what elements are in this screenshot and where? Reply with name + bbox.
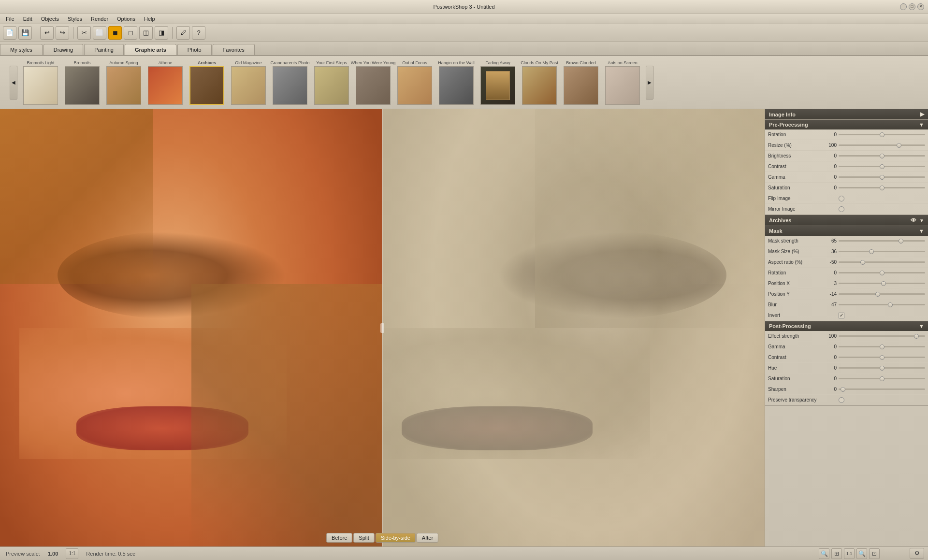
slider-thumb[interactable]: [914, 334, 919, 339]
thumb-prev-button[interactable]: ◀: [10, 66, 17, 100]
tab-photo[interactable]: Photo: [177, 44, 212, 55]
thumb-next-button[interactable]: ▶: [646, 66, 653, 100]
zoom-100-button[interactable]: 1:1: [844, 548, 855, 559]
slider-thumb[interactable]: [880, 175, 884, 180]
archives-header[interactable]: Archives 👁 ▼: [765, 215, 928, 226]
close-button[interactable]: ✕: [917, 3, 924, 10]
param-resize-slider[interactable]: [839, 142, 925, 149]
thumb-archives[interactable]: Archives: [188, 60, 226, 105]
param-aspect-slider[interactable]: [839, 259, 925, 266]
pre-processing-header[interactable]: Pre-Processing ▼: [765, 120, 928, 129]
menu-edit[interactable]: Edit: [19, 15, 36, 23]
slider-thumb[interactable]: [880, 132, 884, 137]
slider-thumb[interactable]: [880, 366, 884, 371]
menu-options[interactable]: Options: [113, 15, 139, 23]
flip-checkbox[interactable]: [839, 196, 844, 201]
param-mask-rotation-slider[interactable]: [839, 270, 925, 276]
param-blur-slider[interactable]: [839, 302, 925, 308]
menu-objects[interactable]: Objects: [37, 15, 63, 23]
fullscreen-button[interactable]: ⊡: [869, 548, 880, 559]
thumb-ants-on-screen[interactable]: Ants on Screen: [603, 60, 642, 105]
slider-thumb[interactable]: [880, 154, 884, 158]
thumb-brown-clouded[interactable]: Brown Clouded: [562, 60, 600, 105]
invert-checkbox[interactable]: ✓: [839, 313, 844, 318]
split-handle[interactable]: [380, 323, 384, 333]
thumb-fading-away[interactable]: Fading Away: [478, 60, 517, 105]
minimize-button[interactable]: –: [900, 3, 907, 10]
thumb-bromoils[interactable]: Bromoils: [63, 60, 102, 105]
view-before-button[interactable]: Before: [326, 533, 352, 543]
menu-styles[interactable]: Styles: [64, 15, 86, 23]
param-gamma-slider[interactable]: [839, 174, 925, 181]
param-saturation-slider[interactable]: [839, 185, 925, 191]
thumb-grandparents-photo[interactable]: Grandparents Photo: [271, 60, 309, 105]
tab-painting[interactable]: Painting: [84, 44, 124, 55]
slider-thumb[interactable]: [880, 376, 884, 381]
view1-button[interactable]: ◼: [108, 26, 122, 40]
post-processing-header[interactable]: Post-Processing ▼: [765, 321, 928, 331]
expand-icon[interactable]: ▼: [919, 218, 924, 223]
mask-header[interactable]: Mask ▼: [765, 226, 928, 236]
thumb-bromoils-light[interactable]: Bromoils Light: [21, 60, 60, 105]
copy-button[interactable]: ⬜: [93, 26, 106, 40]
settings-icon[interactable]: ⚙: [910, 548, 924, 559]
preserve-checkbox[interactable]: [839, 397, 844, 403]
tab-my-styles[interactable]: My styles: [0, 44, 43, 55]
menu-help[interactable]: Help: [140, 15, 159, 23]
param-sharpen-slider[interactable]: [839, 386, 925, 393]
slider-thumb[interactable]: [888, 302, 893, 307]
view2-button[interactable]: ◻: [124, 26, 137, 40]
param-post-gamma-slider[interactable]: [839, 344, 925, 350]
view-sidebyside-button[interactable]: Side-by-side: [376, 533, 416, 543]
thumb-when-you-were-young[interactable]: When You Were Young: [354, 60, 392, 105]
slider-thumb[interactable]: [869, 249, 874, 254]
tab-drawing[interactable]: Drawing: [44, 44, 83, 55]
param-contrast-slider[interactable]: [839, 163, 925, 170]
tab-graphic-arts[interactable]: Graphic arts: [125, 44, 176, 55]
tab-favorites[interactable]: Favorites: [213, 44, 255, 55]
thumb-your-first-steps[interactable]: Your First Steps: [312, 60, 351, 105]
save-button[interactable]: 💾: [18, 26, 32, 40]
zoom-out-button[interactable]: 🔍: [819, 548, 829, 559]
param-post-saturation-slider[interactable]: [839, 375, 925, 382]
image-info-header[interactable]: Image Info ▶: [765, 109, 928, 119]
view-after-button[interactable]: After: [417, 533, 438, 543]
thumb-athene[interactable]: Athene: [146, 60, 185, 105]
slider-thumb[interactable]: [880, 164, 884, 169]
slider-thumb[interactable]: [875, 292, 880, 297]
view4-button[interactable]: ◨: [155, 26, 168, 40]
brush-button[interactable]: 🖊: [176, 26, 190, 40]
slider-thumb[interactable]: [880, 355, 884, 360]
thumb-hangin-on-the-wall[interactable]: Hangin on the Wall: [437, 60, 476, 105]
fit-screen-button[interactable]: ⊞: [831, 548, 842, 559]
thumb-clouds-on-my-past[interactable]: Clouds On My Past: [520, 60, 559, 105]
view-split-button[interactable]: Split: [353, 533, 374, 543]
undo-button[interactable]: ↩: [40, 26, 54, 40]
invert-square[interactable]: ✓: [839, 313, 844, 318]
slider-thumb[interactable]: [880, 271, 884, 275]
param-hue-slider[interactable]: [839, 365, 925, 372]
maximize-button[interactable]: □: [909, 3, 915, 10]
cut-button[interactable]: ✂: [77, 26, 91, 40]
slider-thumb[interactable]: [899, 239, 903, 244]
mirror-checkbox[interactable]: [839, 206, 844, 212]
param-mask-strength-slider[interactable]: [839, 238, 925, 244]
slider-thumb[interactable]: [897, 143, 901, 148]
thumb-old-magazine[interactable]: Old Magazine: [229, 60, 268, 105]
redo-button[interactable]: ↪: [56, 26, 69, 40]
thumb-autumn-spring[interactable]: Autumn Spring: [104, 60, 143, 105]
param-effect-strength-slider[interactable]: [839, 333, 925, 340]
slider-thumb[interactable]: [841, 387, 845, 392]
param-brightness-slider[interactable]: [839, 153, 925, 159]
menu-file[interactable]: File: [2, 15, 18, 23]
param-posy-slider[interactable]: [839, 291, 925, 298]
param-posx-slider[interactable]: [839, 280, 925, 287]
zoom-value-btn[interactable]: 1:1: [66, 548, 78, 559]
param-mask-size-slider[interactable]: [839, 248, 925, 255]
menu-render[interactable]: Render: [87, 15, 112, 23]
thumb-out-of-focus[interactable]: Out of Focus: [395, 60, 434, 105]
param-post-contrast-slider[interactable]: [839, 354, 925, 361]
new-button[interactable]: 📄: [3, 26, 16, 40]
slider-thumb[interactable]: [880, 345, 884, 349]
slider-thumb[interactable]: [860, 260, 865, 265]
